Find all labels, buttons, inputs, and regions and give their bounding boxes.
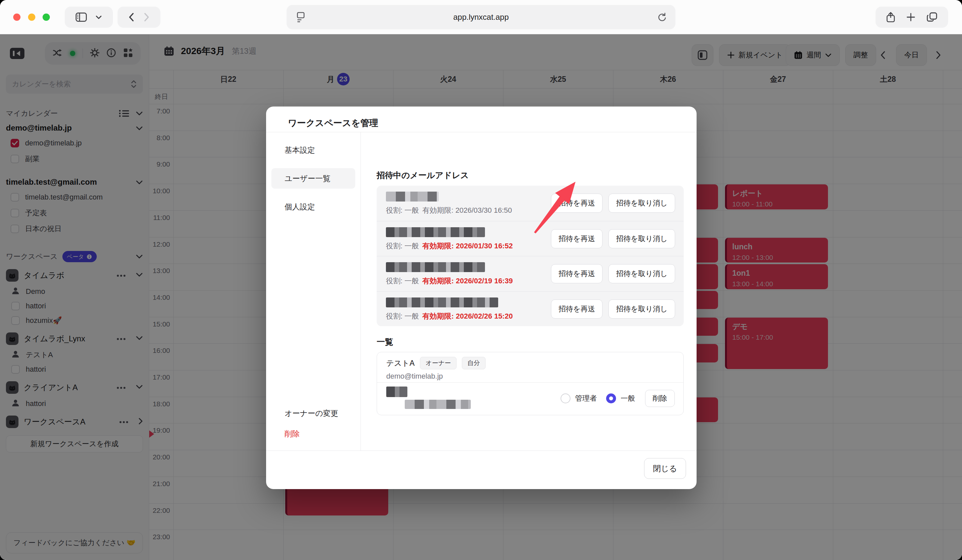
revoke-invite-button[interactable]: 招待を取り消し — [609, 264, 675, 283]
redacted-member-email — [405, 400, 471, 409]
invite-row: 役割: 一般有効期限: 2026/01/30 16:52招待を再送招待を取り消し — [377, 221, 684, 256]
invite-meta: 役割: 一般有効期限: 2026/02/26 15:20 — [386, 311, 513, 321]
invite-role: 役割: 一般 — [386, 242, 419, 250]
pending-invites-heading: 招待中のメールアドレス — [377, 170, 469, 181]
self-badge: 自分 — [462, 357, 486, 369]
forward-button[interactable] — [144, 13, 149, 21]
radio-general-label[interactable]: 一般 — [621, 393, 635, 403]
invite-role: 役割: 一般 — [386, 277, 419, 285]
dialog-nav: 基本設定ユーザー一覧個人設定オーナーの変更削除 — [266, 132, 361, 451]
invite-row: 役割: 一般有効期限: 2026/02/26 15:20招待を再送招待を取り消し — [377, 291, 684, 326]
resend-invite-button[interactable]: 招待を再送 — [551, 229, 603, 248]
invite-meta: 役割: 一般有効期限: 2026/01/30 16:52 — [386, 241, 513, 251]
redacted-member-name — [386, 386, 407, 397]
close-dialog-button[interactable]: 閉じる — [644, 458, 686, 479]
invite-meta: 役割: 一般有効期限: 2026/03/30 16:50 — [386, 206, 512, 216]
delete-member-button[interactable]: 削除 — [645, 390, 675, 407]
owner-row: テストA オーナー 自分 demo@timelab.jp — [377, 352, 683, 383]
browser-chrome: app.lynxcat.app — [0, 0, 962, 34]
url-text: app.lynxcat.app — [305, 13, 657, 22]
invite-role: 役割: 一般 — [386, 312, 419, 320]
resend-invite-button[interactable]: 招待を再送 — [551, 264, 603, 283]
redacted-email — [386, 227, 485, 237]
member-row: 管理者 一般 削除 — [377, 383, 683, 415]
dialog-nav-item[interactable]: ユーザー一覧 — [271, 168, 355, 189]
radio-admin[interactable] — [560, 393, 570, 403]
owner-name: テストA — [386, 358, 415, 369]
dialog-nav-item-delete[interactable]: 削除 — [271, 423, 355, 444]
redacted-email — [386, 298, 498, 307]
dialog-footer-divider — [266, 451, 697, 451]
dialog-nav-item[interactable]: 個人設定 — [271, 196, 355, 217]
reload-icon[interactable] — [657, 12, 667, 22]
resend-invite-button[interactable]: 招待を再送 — [551, 193, 603, 213]
resend-invite-button[interactable]: 招待を再送 — [551, 299, 603, 319]
minimize-window-button[interactable] — [28, 13, 36, 21]
redacted-email — [386, 191, 439, 201]
invite-row: 役割: 一般有効期限: 2026/03/30 16:50招待を再送招待を取り消し — [377, 186, 684, 220]
dialog-title: ワークスペースを管理 — [288, 114, 378, 132]
zoom-window-button[interactable] — [43, 13, 50, 21]
close-window-button[interactable] — [13, 13, 21, 21]
sidebar-menu-chevron-down-icon[interactable] — [95, 15, 102, 19]
page-settings-icon[interactable] — [297, 11, 305, 23]
radio-admin-label[interactable]: 管理者 — [575, 393, 597, 403]
pending-invites-list: 役割: 一般有効期限: 2026/03/30 16:50招待を再送招待を取り消し… — [377, 186, 684, 326]
back-button[interactable] — [129, 13, 134, 21]
owner-badge: オーナー — [420, 357, 457, 369]
members-heading: 一覧 — [377, 336, 393, 347]
invite-row: 役割: 一般有効期限: 2026/02/19 16:39招待を再送招待を取り消し — [377, 256, 684, 291]
invite-meta: 役割: 一般有効期限: 2026/02/19 16:39 — [386, 276, 513, 286]
revoke-invite-button[interactable]: 招待を取り消し — [609, 299, 675, 319]
radio-general[interactable] — [606, 393, 616, 403]
toggle-sidebar-icon[interactable] — [76, 13, 87, 22]
tab-overview-icon[interactable] — [926, 12, 937, 22]
revoke-invite-button[interactable]: 招待を取り消し — [609, 229, 675, 248]
invite-role: 役割: 一般 — [386, 206, 419, 214]
members-card: テストA オーナー 自分 demo@timelab.jp 管理者 一般 削除 — [377, 352, 684, 415]
browser-window: app.lynxcat.app — [0, 0, 962, 560]
redacted-email — [386, 262, 485, 272]
owner-email: demo@timelab.jp — [386, 372, 674, 381]
invite-expiry: 有効期限: 2026/01/30 16:52 — [422, 242, 513, 250]
invite-expiry: 有効期限: 2026/03/30 16:50 — [422, 206, 512, 214]
share-icon[interactable] — [886, 12, 895, 23]
invite-expiry: 有効期限: 2026/02/26 15:20 — [422, 312, 513, 320]
revoke-invite-button[interactable]: 招待を取り消し — [609, 193, 675, 213]
workspace-manage-dialog: ワークスペースを管理 基本設定ユーザー一覧個人設定オーナーの変更削除 招待中のメ… — [266, 106, 697, 489]
dialog-nav-item-change-owner[interactable]: オーナーの変更 — [271, 403, 355, 423]
new-tab-icon[interactable] — [906, 13, 915, 22]
dialog-nav-item[interactable]: 基本設定 — [271, 140, 355, 160]
address-bar[interactable]: app.lynxcat.app — [287, 5, 675, 29]
invite-expiry: 有効期限: 2026/02/19 16:39 — [422, 277, 513, 285]
